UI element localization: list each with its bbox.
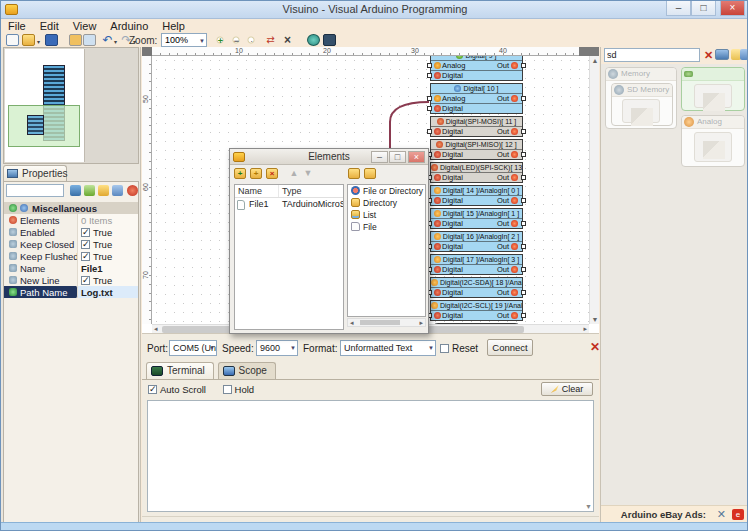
output-pin[interactable]	[521, 244, 526, 249]
chevron-down-icon[interactable]: ▼	[199, 38, 205, 44]
hold-checkbox[interactable]: Hold	[223, 384, 255, 395]
output-pin[interactable]	[521, 267, 526, 272]
upload-icon[interactable]	[323, 34, 336, 46]
dialog-minimize-button[interactable]: –	[371, 151, 388, 163]
input-pin[interactable]	[427, 106, 432, 111]
reset-checkbox[interactable]: Reset	[440, 343, 478, 354]
speed-combobox[interactable]: 9600▼	[256, 340, 298, 356]
board-pin-block[interactable]: Digital(I2C-SCL)[ 19 ]/AnalogIn[ 5 ]Digi…	[430, 300, 523, 321]
input-pin[interactable]	[427, 96, 432, 101]
open-icon[interactable]	[22, 34, 35, 46]
elements-dialog[interactable]: Elements – □ × ▲ ▼ NameType File1TArduin…	[229, 148, 429, 334]
auto-scroll-checkbox[interactable]: Auto Scroll	[148, 384, 206, 395]
dialog-close-button[interactable]: ×	[408, 151, 425, 163]
property-value[interactable]: Log.txt	[78, 286, 138, 298]
minimap-viewport[interactable]	[8, 105, 80, 147]
ebay-icon[interactable]: e	[732, 509, 744, 520]
palette-item[interactable]: File	[348, 221, 425, 233]
property-row[interactable]: New LineTrue	[4, 274, 138, 286]
menu-file[interactable]: File	[1, 20, 33, 33]
scroll-down-icon[interactable]: ▼	[591, 316, 599, 323]
disconnect-icon[interactable]: ✕	[590, 340, 600, 354]
open-dropdown-icon[interactable]: ▾	[37, 38, 40, 45]
tab-properties[interactable]: Properties	[3, 165, 67, 181]
output-pin[interactable]	[521, 175, 526, 180]
property-row[interactable]: Path NameLog.txt	[4, 286, 138, 298]
expand-palette-icon[interactable]	[348, 168, 360, 179]
elements-list[interactable]: NameType File1TArduinoMicroSDCard...	[234, 184, 344, 330]
checkbox-checked-icon[interactable]	[81, 240, 90, 249]
folder-icon[interactable]	[740, 49, 748, 60]
checkbox-icon[interactable]	[223, 385, 232, 394]
add-element-icon[interactable]	[234, 168, 246, 179]
titlebar[interactable]: Visuino - Visual Arduino Programming – □…	[1, 1, 748, 19]
palette-item[interactable]: Directory	[348, 197, 425, 209]
insert-element-icon[interactable]	[250, 168, 262, 179]
scroll-right-icon[interactable]: ▸	[583, 325, 587, 333]
new-icon[interactable]	[6, 34, 19, 46]
palette-item[interactable]: List	[348, 209, 425, 221]
checkbox-checked-icon[interactable]	[81, 276, 90, 285]
categories-icon[interactable]	[98, 185, 109, 196]
dialog-maximize-button[interactable]: □	[389, 151, 406, 163]
tab-terminal[interactable]: Terminal	[146, 362, 214, 379]
input-pin[interactable]	[427, 73, 432, 78]
property-value[interactable]: File1	[78, 262, 138, 274]
board-pin-block[interactable]: Digital[ 17 ]/AnalogIn[ 3 ]DigitalOut	[430, 254, 523, 275]
board-pin-block[interactable]: Digital[ 16 ]/AnalogIn[ 2 ]DigitalOut	[430, 231, 523, 252]
menu-view[interactable]: View	[66, 20, 104, 33]
toggle-grid-icon[interactable]	[83, 34, 96, 46]
board-pin-block[interactable]: Digital(SPI-MOSI)[ 11 ]DigitalOut	[430, 116, 523, 137]
property-row[interactable]: Miscellaneous	[4, 202, 138, 214]
ad-settings-icon[interactable]: ✕	[717, 508, 726, 521]
component-card-selected[interactable]	[681, 67, 745, 111]
menu-help[interactable]: Help	[155, 20, 192, 33]
element-row[interactable]: File1TArduinoMicroSDCard...	[235, 198, 343, 211]
scroll-up-icon[interactable]: ▲	[591, 57, 599, 64]
port-combobox[interactable]: COM5 (Unav▼	[169, 340, 217, 356]
filter-icon[interactable]	[70, 185, 81, 196]
output-pin[interactable]	[521, 152, 526, 157]
board-pin-block[interactable]: Digital[ 15 ]/AnalogIn[ 1 ]DigitalOut	[430, 208, 523, 229]
property-row[interactable]: Keep FlushedTrue	[4, 250, 138, 262]
pin-icon[interactable]	[127, 185, 138, 196]
dialog-titlebar[interactable]: Elements – □ ×	[230, 149, 428, 165]
output-pin[interactable]	[521, 63, 526, 68]
board-pin-block[interactable]: Digital[ 9 ]AnalogOutDigital	[430, 56, 523, 81]
checkbox-checked-icon[interactable]	[81, 228, 90, 237]
scroll-left-icon[interactable]: ◂	[350, 319, 354, 327]
scrollbar-thumb[interactable]	[360, 320, 400, 325]
minimap[interactable]	[3, 47, 139, 164]
expand-all-icon[interactable]	[84, 185, 95, 196]
property-row[interactable]: NameFile1	[4, 262, 138, 274]
scroll-right-icon[interactable]: ▸	[419, 319, 423, 327]
property-row[interactable]: Elements0 Items	[4, 214, 138, 226]
property-value[interactable]: True	[78, 238, 138, 250]
property-value[interactable]: True	[78, 274, 138, 286]
board-pin-block[interactable]: Digital(SPI-MISO)[ 12 ]DigitalOut	[430, 139, 523, 160]
output-pin[interactable]	[521, 313, 526, 318]
collapse-palette-icon[interactable]	[364, 168, 376, 179]
output-pin[interactable]	[521, 96, 526, 101]
component-card[interactable]: Memory SD Memory	[605, 67, 677, 129]
component-subcard[interactable]: SD Memory	[611, 83, 673, 126]
clear-button[interactable]: Clear	[541, 382, 593, 396]
property-value[interactable]: 0 Items	[78, 214, 138, 226]
output-pin[interactable]	[521, 221, 526, 226]
toolbox-search-input[interactable]	[604, 48, 700, 62]
board-pin-block[interactable]: Digital(I2C-SDA)[ 18 ]/AnalogIn[ 4 ]Digi…	[430, 277, 523, 298]
checkbox-icon[interactable]	[440, 344, 449, 353]
view-mode-icon[interactable]	[112, 185, 123, 196]
zoom-select-icon[interactable]	[245, 34, 258, 46]
minimap-page[interactable]	[5, 49, 85, 162]
palette-item[interactable]: File or Directory Exis	[348, 185, 425, 197]
output-pin[interactable]	[521, 129, 526, 134]
scroll-left-icon[interactable]: ◂	[154, 325, 158, 333]
menu-edit[interactable]: Edit	[33, 20, 66, 33]
close-button[interactable]: ×	[720, 1, 745, 16]
input-pin[interactable]	[427, 63, 432, 68]
component-card[interactable]: Analog	[681, 115, 745, 167]
compile-icon[interactable]	[307, 34, 320, 46]
properties-search-input[interactable]	[6, 184, 64, 197]
checkbox-checked-icon[interactable]	[148, 385, 157, 394]
